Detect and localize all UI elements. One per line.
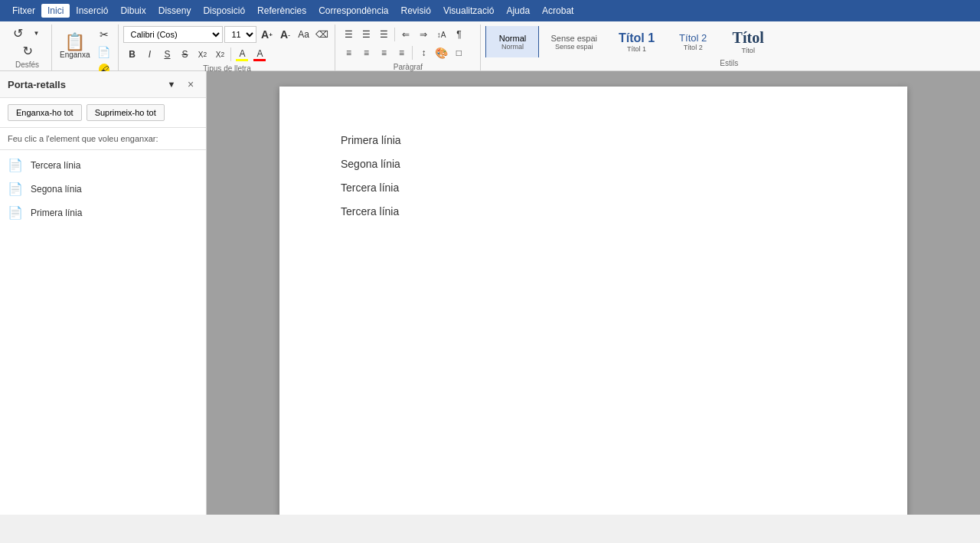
clipboard-item-icon: 📄 <box>8 205 23 220</box>
menu-item-disseny[interactable]: Disseny <box>152 4 198 18</box>
clipboard-panel: Porta-retalls ▼ × Enganxa-ho tot Suprime… <box>0 71 207 515</box>
style-title1-button[interactable]: Títol 1 Títol 1 <box>609 26 665 57</box>
panel-title: Porta-retalls <box>8 79 66 90</box>
undo-dropdown-button[interactable]: ▼ <box>28 25 45 41</box>
show-para-button[interactable]: ¶ <box>450 26 467 43</box>
menu-item-correspondència[interactable]: Correspondència <box>312 4 394 18</box>
strikethrough-button[interactable]: S <box>176 46 193 63</box>
clipboard-item-icon: 📄 <box>8 182 23 196</box>
justify-button[interactable]: ≡ <box>393 44 410 61</box>
clipboard-item[interactable]: 📄 Tercera línia <box>0 153 206 177</box>
styles-section: Normal Normal Sense espai Sense espai Tí… <box>481 25 977 70</box>
highlight-button[interactable]: A <box>234 46 250 63</box>
panel-expand-button[interactable]: ▼ <box>163 76 180 93</box>
clipboard-item[interactable]: 📄 Primera línia <box>0 201 206 224</box>
style-no-space-button[interactable]: Sense espai Sense espai <box>541 26 607 57</box>
clipboard-items: 📄 Tercera línia 📄 Segona línia 📄 Primera… <box>0 150 206 227</box>
clipboard-item-text: Segona línia <box>31 184 82 195</box>
redo-button[interactable]: ↺ <box>19 42 36 59</box>
clipboard-item-text: Tercera línia <box>31 160 80 171</box>
main-layout: Porta-retalls ▼ × Enganxa-ho tot Suprime… <box>0 71 980 515</box>
cut-button[interactable]: ✂ <box>94 26 113 43</box>
menu-item-disposició[interactable]: Disposició <box>197 4 251 18</box>
shrink-font-button[interactable]: A- <box>276 26 293 43</box>
align-center-button[interactable]: ≡ <box>358 44 374 61</box>
borders-button[interactable]: □ <box>450 44 467 61</box>
clipboard-section: 📋 Enganxa ✂ 📄 🖌 Porta-retalls <box>52 25 119 70</box>
panel-close-button[interactable]: × <box>183 77 198 92</box>
decrease-indent-button[interactable]: ⇐ <box>397 26 414 43</box>
undo-button[interactable]: ↺ <box>10 25 27 41</box>
bullets-button[interactable]: ☰ <box>340 26 357 43</box>
clipboard-item[interactable]: 📄 Segona línia <box>0 177 206 201</box>
undo-label: Desfés <box>15 59 39 70</box>
menu-item-inici[interactable]: Inici <box>41 4 70 18</box>
doc-page: Primera líniaSegona líniaTercera líniaTe… <box>279 87 907 515</box>
numbering-button[interactable]: ☰ <box>358 26 374 43</box>
ribbon: ↺ ▼ ↺ Desfés 📋 Enganxa <box>0 21 980 71</box>
italic-button[interactable]: I <box>141 46 158 63</box>
style-title2-button[interactable]: Títol 2 Títol 2 <box>666 26 720 57</box>
panel-instructions: Feu clic a l'element que voleu enganxar: <box>0 128 206 150</box>
style-normal-button[interactable]: Normal Normal <box>485 26 539 57</box>
bold-button[interactable]: B <box>123 46 140 63</box>
copy-button[interactable]: 📄 <box>94 44 113 61</box>
clear-format-button[interactable]: ⌫ <box>313 26 330 43</box>
menu-item-ajuda[interactable]: Ajuda <box>500 4 536 18</box>
multilevel-button[interactable]: ☰ <box>375 26 392 43</box>
menu-item-acrobat[interactable]: Acrobat <box>536 4 580 18</box>
menu-bar: const pd = JSON.parse(document.getElemen… <box>0 0 980 21</box>
align-left-button[interactable]: ≡ <box>340 44 357 61</box>
panel-header: Porta-retalls ▼ × <box>0 71 206 98</box>
shading-button[interactable]: 🎨 <box>433 44 449 61</box>
font-color-button[interactable]: A <box>251 46 268 63</box>
styles-label: Estils <box>485 57 972 69</box>
panel-buttons: Enganxa-ho tot Suprimeix-ho tot <box>0 98 206 128</box>
font-section: Calibri (Cos) 11 A+ A- Aa ⌫ B I S S X2 X… <box>119 25 335 70</box>
grow-font-button[interactable]: A+ <box>258 26 275 43</box>
paste-label: Enganxa <box>60 51 90 59</box>
increase-indent-button[interactable]: ⇒ <box>415 26 432 43</box>
font-size-select[interactable]: 11 <box>224 26 256 43</box>
line-spacing-button[interactable]: ↕ <box>415 44 432 61</box>
styles-bar: Normal Normal Sense espai Sense espai Tí… <box>485 26 972 57</box>
ribbon-content: ↺ ▼ ↺ Desfés 📋 Enganxa <box>3 25 977 70</box>
subscript-button[interactable]: X2 <box>194 46 211 63</box>
underline-button[interactable]: S <box>158 46 175 63</box>
superscript-button[interactable]: X2 <box>211 46 228 63</box>
menu-item-revisió[interactable]: Revisió <box>395 4 437 18</box>
font-family-select[interactable]: Calibri (Cos) <box>123 26 223 43</box>
align-right-button[interactable]: ≡ <box>375 44 392 61</box>
clipboard-item-text: Primera línia <box>31 208 82 218</box>
menu-item-fitxer[interactable]: Fitxer <box>6 4 41 18</box>
doc-line: Tercera línia <box>341 180 846 196</box>
style-title-button[interactable]: Títol Títol <box>721 26 775 57</box>
menu-item-referències[interactable]: Referències <box>251 4 312 18</box>
doc-line: Primera línia <box>341 132 846 149</box>
change-case-button[interactable]: Aa <box>295 26 312 43</box>
menu-item-visualització[interactable]: Visualització <box>437 4 500 18</box>
paragraph-section: ☰ ☰ ☰ ⇐ ⇒ ↕A ¶ ≡ ≡ ≡ ≡ ↕ 🎨 □ Paràgraf <box>335 25 481 70</box>
sort-button[interactable]: ↕A <box>433 26 449 43</box>
clipboard-item-icon: 📄 <box>8 158 23 172</box>
paste-all-button[interactable]: Enganxa-ho tot <box>8 104 82 121</box>
clear-all-button[interactable]: Suprimeix-ho tot <box>87 104 165 121</box>
menu-item-inserció[interactable]: Inserció <box>70 4 114 18</box>
paste-icon: 📋 <box>64 34 85 51</box>
menu-item-dibuix[interactable]: Dibuix <box>114 4 152 18</box>
doc-line: Tercera línia <box>341 204 846 220</box>
paste-button[interactable]: 📋 Enganxa <box>57 26 93 66</box>
doc-area: Primera líniaSegona líniaTercera líniaTe… <box>207 71 980 515</box>
doc-line: Segona línia <box>341 156 846 172</box>
undo-section: ↺ ▼ ↺ Desfés <box>3 25 52 70</box>
